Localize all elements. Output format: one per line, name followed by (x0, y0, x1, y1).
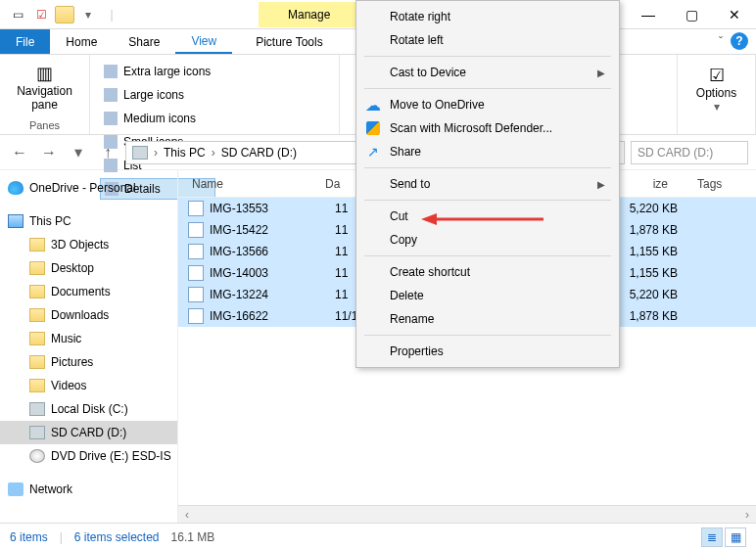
search-placeholder: SD CARD (D:) (638, 146, 713, 160)
folder-icon (29, 261, 45, 275)
ctx-rename[interactable]: Rename (356, 307, 619, 331)
status-sep: | (60, 530, 63, 544)
ctx-move-to-onedrive[interactable]: ☁Move to OneDrive (356, 93, 619, 116)
ctx-cut[interactable]: Cut (356, 205, 619, 228)
sidebar-item-videos[interactable]: Videos (0, 374, 177, 397)
sidebar-item-dvd[interactable]: DVD Drive (E:) ESD-IS (0, 444, 177, 468)
ctx-rotate-left[interactable]: Rotate left (356, 28, 619, 52)
sidebar-item-local-disk[interactable]: Local Disk (C:) (0, 397, 177, 421)
ctx-send-to[interactable]: Send to▶ (356, 172, 619, 196)
folder-icon (29, 238, 45, 252)
tab-file[interactable]: File (0, 29, 50, 54)
file-name: IMG-14003 (210, 266, 335, 280)
qat-dropdown[interactable]: ▾ (78, 5, 98, 24)
file-icon (188, 308, 204, 324)
file-icon (188, 201, 204, 216)
tab-share[interactable]: Share (113, 29, 175, 54)
layout-extra-large[interactable]: Extra large icons (100, 61, 215, 82)
dvd-icon (29, 449, 45, 463)
file-name: IMG-13553 (210, 202, 335, 215)
history-dropdown[interactable]: ▾ (67, 141, 90, 164)
cloud-icon: ☁ (364, 96, 382, 114)
sidebar-item-pictures[interactable]: Pictures (0, 350, 177, 374)
shield-icon (364, 119, 382, 137)
minimize-button[interactable]: — (627, 0, 670, 29)
up-button[interactable]: ↑ (96, 141, 119, 164)
file-icon (188, 287, 204, 302)
navigation-tree[interactable]: OneDrive - Personal This PC 3D Objects D… (0, 170, 178, 523)
ctx-rotate-right[interactable]: Rotate right (356, 5, 619, 28)
sidebar-item-downloads[interactable]: Downloads (0, 303, 177, 327)
col-name[interactable]: Name (178, 177, 325, 191)
sidebar-item-3d-objects[interactable]: 3D Objects (0, 233, 177, 256)
ribbon-collapse-icon[interactable]: ˇ (719, 35, 723, 49)
ctx-delete[interactable]: Delete (356, 284, 619, 307)
ctx-scan-defender[interactable]: Scan with Microsoft Defender... (356, 116, 619, 140)
breadcrumb-sep[interactable]: › (212, 146, 215, 160)
sidebar-item-this-pc[interactable]: This PC (0, 209, 177, 233)
file-icon (188, 244, 204, 259)
sidebar-item-sd-card[interactable]: SD CARD (D:) (0, 421, 177, 444)
navigation-pane-icon[interactable]: ▥ (36, 63, 53, 84)
file-name: IMG-13566 (210, 245, 335, 258)
folder-icon (29, 285, 45, 298)
breadcrumb-this-pc[interactable]: This PC (164, 146, 206, 160)
breadcrumb-drive[interactable]: SD CARD (D:) (221, 146, 297, 160)
ctx-create-shortcut[interactable]: Create shortcut (356, 260, 619, 284)
col-tags[interactable]: Tags (678, 177, 736, 191)
file-size: 5,220 KB (609, 288, 687, 301)
ctx-copy[interactable]: Copy (356, 228, 619, 252)
ctx-share[interactable]: ↗Share (356, 140, 619, 163)
qat-sep: | (102, 5, 121, 24)
tab-home[interactable]: Home (50, 29, 113, 54)
submenu-arrow-icon: ▶ (597, 68, 605, 78)
sidebar-item-desktop[interactable]: Desktop (0, 256, 177, 280)
view-details-icon[interactable]: ≣ (701, 527, 723, 547)
folder-icon (29, 379, 45, 392)
manage-tab[interactable]: Manage (259, 2, 359, 27)
navigation-pane-button[interactable]: Navigation pane (17, 84, 72, 112)
qat-item[interactable]: ▭ (8, 5, 27, 24)
sidebar-item-network[interactable]: Network (0, 478, 177, 501)
horizontal-scrollbar[interactable]: ‹ › (178, 505, 756, 523)
close-button[interactable]: ✕ (713, 0, 756, 29)
layout-medium[interactable]: Medium icons (100, 108, 215, 129)
maximize-button[interactable]: ▢ (670, 0, 713, 29)
onedrive-icon (8, 181, 24, 195)
submenu-arrow-icon: ▶ (597, 179, 605, 190)
search-input[interactable]: SD CARD (D:) (631, 141, 748, 164)
network-icon (8, 482, 24, 496)
options-dropdown-icon[interactable]: ▾ (714, 100, 720, 114)
status-bar: 6 items | 6 items selected 16.1 MB ≣ ▦ (0, 523, 756, 550)
scroll-right-icon[interactable]: › (738, 506, 756, 524)
help-icon[interactable]: ? (731, 32, 748, 50)
breadcrumb-sep[interactable]: › (154, 146, 158, 160)
scroll-left-icon[interactable]: ‹ (178, 506, 196, 524)
options-button[interactable]: Options (696, 86, 736, 100)
layout-large[interactable]: Large icons (100, 84, 215, 106)
file-icon (188, 222, 204, 238)
file-name: IMG-16622 (210, 309, 335, 323)
file-name: IMG-15422 (210, 223, 335, 237)
tab-view[interactable]: View (175, 29, 232, 54)
share-icon: ↗ (364, 143, 382, 160)
ribbon-group-options: ☑ Options ▾ (678, 55, 756, 134)
ribbon-group-panes: ▥ Navigation pane Panes (0, 55, 90, 134)
qat-item[interactable]: ☑ (31, 5, 51, 24)
ctx-cast-to-device[interactable]: Cast to Device▶ (356, 61, 619, 84)
sidebar-item-music[interactable]: Music (0, 327, 177, 350)
sidebar-item-onedrive[interactable]: OneDrive - Personal (0, 176, 177, 200)
ctx-properties[interactable]: Properties (356, 340, 619, 363)
tab-picture-tools[interactable]: Picture Tools (240, 29, 338, 54)
view-thumbnails-icon[interactable]: ▦ (725, 527, 746, 547)
quick-access-toolbar: ▭ ☑ ▾ | (0, 5, 121, 24)
back-button[interactable]: ← (8, 141, 31, 164)
ctx-separator (364, 200, 611, 201)
ctx-separator (364, 255, 611, 256)
options-icon[interactable]: ☑ (709, 65, 725, 86)
forward-button[interactable]: → (37, 141, 61, 164)
sidebar-item-documents[interactable]: Documents (0, 280, 177, 303)
folder-icon (29, 355, 45, 369)
file-size: 1,155 KB (609, 245, 687, 258)
file-size: 1,155 KB (609, 266, 687, 280)
